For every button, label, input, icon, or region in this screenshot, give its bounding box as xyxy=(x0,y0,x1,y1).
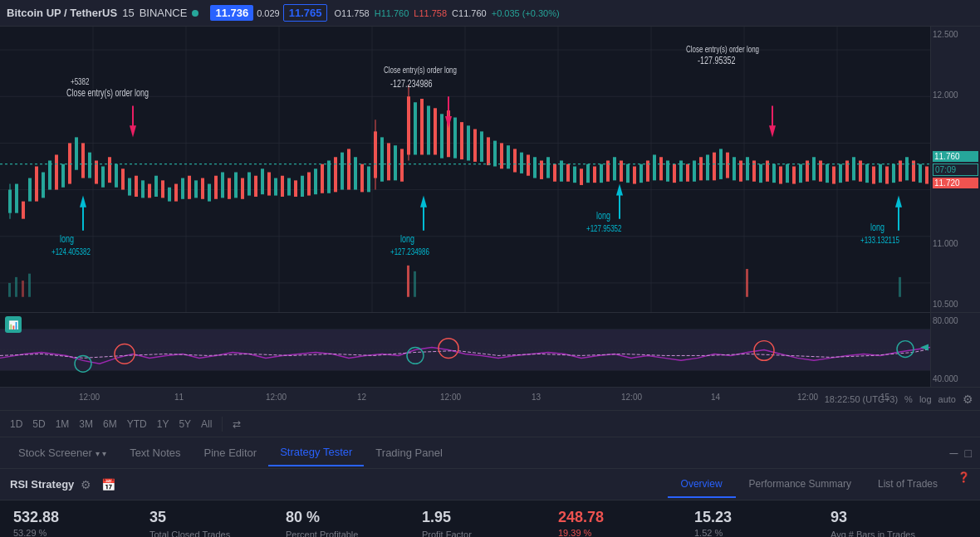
svg-rect-142 xyxy=(832,166,835,183)
svg-rect-120 xyxy=(686,164,689,182)
price-level-3: 11.000 xyxy=(933,239,978,248)
period-1m[interactable]: 1M xyxy=(52,417,73,432)
svg-rect-124 xyxy=(713,153,716,181)
svg-rect-87 xyxy=(467,125,470,160)
strategy-tabs: Overview Performance Summary List of Tra… xyxy=(668,471,970,498)
svg-rect-32 xyxy=(115,164,118,188)
metric-avg-bars: 93 Avg # Bars in Trades xyxy=(831,509,967,537)
svg-rect-62 xyxy=(314,168,317,194)
metric-net-profit: 532.88 53.29 % Net Profit xyxy=(13,509,149,537)
svg-rect-64 xyxy=(327,160,331,193)
strat-tab-trades[interactable]: List of Trades xyxy=(865,471,951,498)
symbol-name: Bitcoin UP / TetherUS xyxy=(7,7,117,19)
period-5y[interactable]: 5Y xyxy=(175,417,194,432)
ohlc-info: O11.758 H11.760 L11.758 C11.760 +0.035 (… xyxy=(334,8,559,18)
ohlc-high: H11.760 xyxy=(375,8,409,18)
svg-rect-30 xyxy=(101,166,105,187)
svg-rect-45 xyxy=(201,178,204,199)
svg-rect-164 xyxy=(899,277,901,297)
tab-strategy-tester[interactable]: Strategy Tester xyxy=(268,439,364,466)
top-bar: Bitcoin UP / TetherUS 15 BINANCE 11.736 … xyxy=(0,0,980,27)
tab-trading-panel[interactable]: Trading Panel xyxy=(364,440,453,466)
svg-rect-162 xyxy=(414,271,416,297)
svg-rect-161 xyxy=(407,266,409,297)
svg-rect-143 xyxy=(839,164,842,183)
svg-rect-25 xyxy=(68,143,71,183)
period-ytd[interactable]: YTD xyxy=(124,417,150,432)
svg-marker-174 xyxy=(130,125,136,137)
period-1y[interactable]: 1Y xyxy=(154,417,173,432)
period-1d[interactable]: 1D xyxy=(7,417,26,432)
svg-text:+127.95352: +127.95352 xyxy=(586,223,621,234)
compare-icon[interactable]: ⇄ xyxy=(229,417,244,432)
help-icon[interactable]: ❓ xyxy=(958,471,970,498)
log-toggle[interactable]: log xyxy=(919,394,932,404)
svg-rect-83 xyxy=(440,114,443,158)
svg-rect-150 xyxy=(885,166,889,183)
candlestick-chart: Close entry(s) order long +5382 long +12… xyxy=(0,27,930,312)
svg-rect-74 xyxy=(387,143,390,180)
svg-rect-27 xyxy=(81,143,85,178)
svg-rect-136 xyxy=(792,166,796,183)
tab-pine-editor[interactable]: Pine Editor xyxy=(193,440,269,466)
svg-rect-70 xyxy=(367,166,370,192)
svg-text:long: long xyxy=(596,209,610,221)
auto-toggle[interactable]: auto xyxy=(938,394,956,404)
percent-toggle[interactable]: % xyxy=(904,394,913,404)
svg-rect-48 xyxy=(221,173,224,198)
svg-rect-160 xyxy=(28,274,31,297)
period-5d[interactable]: 5D xyxy=(29,417,48,432)
svg-rect-109 xyxy=(613,157,616,180)
svg-text:long: long xyxy=(870,221,884,232)
tab-stock-screener[interactable]: Stock Screener ▾ xyxy=(7,440,118,466)
metric-max-drawdown-value: 248.78 xyxy=(558,509,694,526)
svg-rect-58 xyxy=(287,178,291,196)
period-6m[interactable]: 6M xyxy=(100,417,120,432)
svg-rect-73 xyxy=(380,137,384,181)
metric-net-profit-sub: 53.29 % xyxy=(13,528,149,537)
svg-rect-39 xyxy=(161,180,164,198)
svg-rect-41 xyxy=(174,184,178,202)
svg-rect-141 xyxy=(826,164,829,183)
strategy-settings-icon[interactable]: ⚙ xyxy=(81,478,91,491)
svg-rect-26 xyxy=(75,137,78,169)
svg-rect-104 xyxy=(580,168,583,185)
maximize-button[interactable]: □ xyxy=(963,445,973,461)
price-change: 0.029 xyxy=(257,8,280,18)
svg-text:long: long xyxy=(400,232,414,244)
svg-rect-96 xyxy=(527,154,530,175)
svg-rect-76 xyxy=(400,149,404,181)
svg-text:+124.405382: +124.405382 xyxy=(51,247,91,257)
svg-rect-31 xyxy=(108,157,111,183)
strategy-header: RSI Strategy ⚙ 📅 Overview Performance Su… xyxy=(0,469,980,500)
svg-rect-115 xyxy=(653,154,656,180)
strategy-calendar-icon[interactable]: 📅 xyxy=(101,478,115,491)
svg-rect-65 xyxy=(334,157,337,192)
ohlc-open: O11.758 xyxy=(334,8,369,18)
chart-main-area[interactable]: Close entry(s) order long +5382 long +12… xyxy=(0,27,930,312)
svg-rect-55 xyxy=(267,173,271,196)
svg-rect-61 xyxy=(307,173,311,196)
strategy-title: RSI Strategy xyxy=(10,478,74,491)
svg-rect-67 xyxy=(347,149,350,189)
svg-rect-116 xyxy=(659,157,663,180)
toolbar-divider xyxy=(222,417,223,432)
period-3m[interactable]: 3M xyxy=(76,417,96,432)
alt-price-label: 11.720 xyxy=(933,178,978,188)
tab-text-notes[interactable]: Text Notes xyxy=(118,440,192,466)
strat-tab-overview[interactable]: Overview xyxy=(668,471,736,498)
metric-avg-bars-value: 93 xyxy=(831,509,967,526)
strat-tab-performance[interactable]: Performance Summary xyxy=(736,471,865,498)
svg-text:Close entry(s) order long: Close entry(s) order long xyxy=(66,87,149,99)
svg-marker-172 xyxy=(895,196,902,207)
svg-rect-18 xyxy=(22,202,25,219)
svg-rect-44 xyxy=(194,180,198,198)
svg-rect-102 xyxy=(566,164,570,182)
minimize-button[interactable]: ─ xyxy=(948,445,960,461)
period-all[interactable]: All xyxy=(198,417,215,432)
metric-avg-bars-label: Avg # Bars in Trades xyxy=(831,530,967,537)
indicator-panel: 📊 80.000 40.000 xyxy=(0,313,980,388)
svg-rect-80 xyxy=(420,99,424,154)
settings-icon[interactable]: ⚙ xyxy=(963,393,973,406)
svg-rect-105 xyxy=(586,164,590,183)
